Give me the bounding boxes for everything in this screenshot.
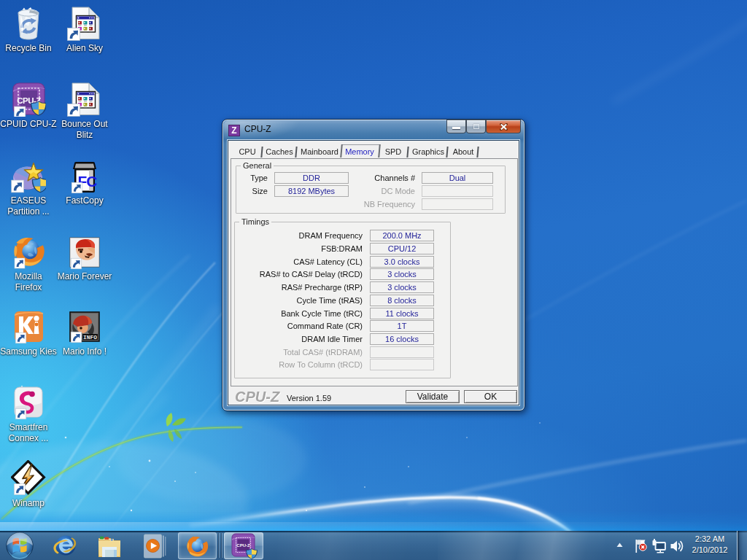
svg-text:INFO: INFO	[83, 334, 97, 341]
svg-text:CPU-Z: CPU-Z	[236, 543, 250, 548]
